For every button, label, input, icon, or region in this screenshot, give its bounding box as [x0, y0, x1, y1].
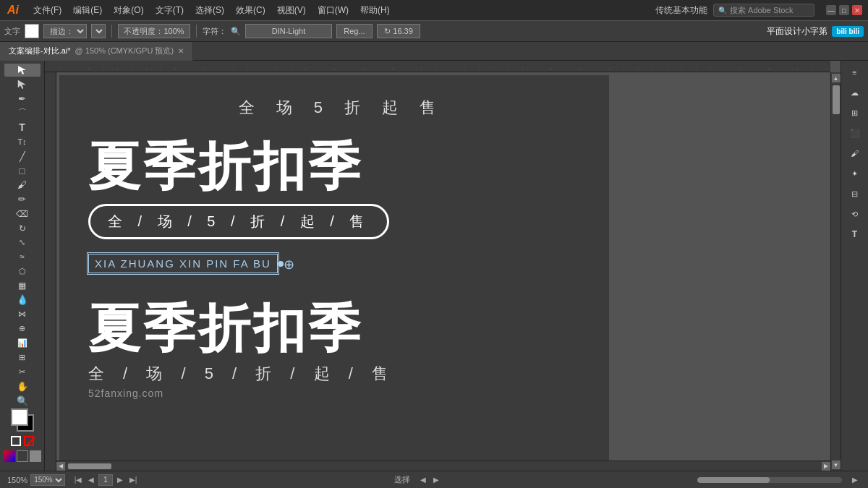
menu-help[interactable]: 帮助(H)	[356, 3, 394, 18]
slice-tool[interactable]: ✂	[4, 365, 41, 378]
graph-tool[interactable]: 📊	[4, 337, 41, 350]
scale-tool[interactable]: ⤡	[4, 236, 41, 249]
maximize-button[interactable]: □	[839, 5, 849, 15]
menu-file[interactable]: 文件(F)	[29, 3, 66, 18]
tab-close-button[interactable]: ✕	[178, 47, 184, 55]
zoom-select[interactable]: 150%	[30, 474, 65, 486]
paintbrush-tool[interactable]: 🖌	[4, 179, 41, 192]
menu-select[interactable]: 选择(S)	[191, 3, 229, 18]
line-tool[interactable]: ╱	[4, 150, 41, 163]
page-nav: |◀ ◀ ▶ ▶|	[72, 474, 139, 486]
workspace-label: 传统基本功能	[655, 4, 707, 17]
scroll-left-button[interactable]: ◀	[56, 462, 65, 471]
transform-panel-btn[interactable]: ⟲	[844, 205, 866, 223]
touch-type-tool[interactable]: T↕	[4, 135, 41, 148]
canvas-area[interactable]: 全 场 5 折 起 售 夏季折扣季 全 / 场 / 5 / 折 / 起 / 售 …	[45, 61, 841, 471]
eraser-tool[interactable]: ⌫	[4, 207, 41, 221]
pattern-swatch[interactable]	[30, 450, 41, 462]
color-mode-btn[interactable]	[4, 450, 15, 462]
pencil-tool[interactable]: ✏	[4, 193, 41, 206]
last-page-button[interactable]: ▶|	[127, 474, 139, 486]
blend-tool[interactable]: ⋈	[4, 308, 41, 321]
menu-effect[interactable]: 效果(C)	[231, 3, 270, 18]
next-select-button[interactable]: ▶	[430, 474, 442, 486]
toolbar: 文字 描边： ↕ 字符： 🔍 平面设计小字第 bili bili	[0, 20, 868, 42]
design-canvas: 全 场 5 折 起 售 夏季折扣季 全 / 场 / 5 / 折 / 起 / 售 …	[59, 75, 609, 471]
lower-sub-slogan: 全 / 场 / 5 / 折 / 起 / 售	[88, 363, 580, 385]
tab-filename: 文案编排-对比.ai*	[9, 46, 71, 56]
prev-page-button[interactable]: ◀	[85, 474, 97, 486]
scroll-down-button[interactable]: ▼	[832, 461, 841, 469]
type-tool[interactable]: T	[4, 121, 41, 134]
progress-fill	[697, 477, 770, 483]
scrollbar-horizontal[interactable]: ◀ ▶	[56, 461, 830, 471]
swatches-panel-btn[interactable]: ⬛	[844, 124, 866, 142]
left-toolbar: ✒ ⌒ T T↕ ╱ □ 🖌 ✏ ⌫ ↻ ⤡ ≈ ⬠ ▦ 💧 ⋈ ⊕ 📊 ⊞ ✂…	[0, 61, 45, 471]
menu-object[interactable]: 对象(O)	[109, 3, 148, 18]
libraries-panel-btn[interactable]: ☁	[844, 84, 866, 101]
status-bar: 150% 150% |◀ ◀ ▶ ▶| 选择 ◀ ▶ ▶	[0, 471, 868, 488]
scroll-right-button[interactable]: ▶	[822, 462, 830, 471]
font-search-icon: 🔍	[231, 27, 241, 36]
shape-builder-tool[interactable]: ⬠	[4, 265, 41, 278]
brush-select[interactable]: ↕	[91, 24, 106, 38]
tab-main[interactable]: 文案编排-对比.ai* @ 150% (CMYK/GPU 预览) ✕	[0, 42, 193, 61]
page-number-input[interactable]	[98, 474, 113, 486]
menu-view[interactable]: 视图(V)	[273, 3, 310, 18]
rotate-tool[interactable]: ↻	[4, 222, 41, 235]
scroll-end-button[interactable]: ▶	[849, 474, 861, 486]
gradient-swatch[interactable]	[17, 450, 28, 462]
fg-bg-swatches[interactable]	[11, 408, 34, 432]
scroll-thumb-h[interactable]	[68, 463, 111, 469]
artboard-tool[interactable]: ⊞	[4, 351, 41, 364]
upper-main-title: 夏季折扣季	[88, 140, 580, 192]
layers-panel-btn[interactable]: ⊞	[844, 104, 866, 121]
scroll-up-button[interactable]: ▲	[832, 74, 841, 82]
symbol-tool[interactable]: ⊕	[4, 322, 41, 335]
menu-window[interactable]: 窗口(W)	[313, 3, 353, 18]
font-name-input[interactable]	[245, 24, 332, 38]
swap-colors-btn[interactable]	[11, 436, 21, 446]
hand-tool[interactable]: ✋	[4, 380, 41, 393]
right-panel: ≡ ☁ ⊞ ⬛ 🖌 ✦ ⊟ ⟲ T	[841, 61, 868, 471]
no-stroke-btn[interactable]	[24, 436, 34, 446]
prev-select-button[interactable]: ◀	[417, 474, 429, 486]
properties-panel-btn[interactable]: ≡	[844, 64, 866, 81]
channel-name: 平面设计小字第	[767, 25, 827, 38]
menu-edit[interactable]: 编辑(E)	[69, 3, 106, 18]
pen-tool[interactable]: ✒	[4, 93, 41, 106]
zoom-status: 150% 150%	[7, 474, 65, 486]
menu-bar: Ai 文件(F) 编辑(E) 对象(O) 文字(T) 选择(S) 效果(C) 视…	[0, 0, 868, 20]
rect-tool[interactable]: □	[4, 164, 41, 177]
font-size-input[interactable]	[377, 24, 420, 38]
symbols-panel-btn[interactable]: ✦	[844, 165, 866, 182]
select-label: 选择	[394, 474, 410, 485]
close-button[interactable]: ✕	[852, 5, 862, 15]
type-panel-btn[interactable]: T	[844, 226, 866, 243]
fill-color[interactable]	[25, 24, 39, 38]
eyedropper-tool[interactable]: 💧	[4, 294, 41, 307]
bilibili-badge: bili bili	[832, 26, 864, 37]
font-style-input[interactable]	[336, 24, 373, 38]
brushes-panel-btn[interactable]: 🖌	[844, 145, 866, 162]
first-page-button[interactable]: |◀	[72, 474, 84, 486]
gradient-tool[interactable]: ▦	[4, 279, 41, 292]
minimize-button[interactable]: —	[826, 5, 836, 15]
zoom-value: 150%	[7, 476, 27, 484]
warp-tool[interactable]: ≈	[4, 250, 41, 263]
window-controls: — □ ✕	[826, 5, 862, 15]
stroke-select[interactable]: 描边：	[43, 24, 87, 38]
scrollbar-vertical[interactable]: ▲ ▼	[830, 72, 841, 471]
next-page-button[interactable]: ▶	[114, 474, 126, 486]
selection-tool[interactable]	[4, 64, 41, 77]
ruler-horizontal	[45, 61, 830, 72]
upper-section: 夏季折扣季 全 / 场 / 5 / 折 / 起 / 售 XIA ZHUANG X…	[88, 140, 580, 273]
align-panel-btn[interactable]: ⊟	[844, 185, 866, 202]
menu-text[interactable]: 文字(T)	[151, 3, 188, 18]
scroll-thumb[interactable]	[833, 85, 840, 114]
opacity-input[interactable]	[118, 24, 190, 38]
direct-select-tool[interactable]	[4, 78, 41, 91]
zoom-tool[interactable]: 🔍	[4, 394, 41, 407]
stock-search[interactable]: 🔍 搜索 Adobe Stock	[713, 4, 814, 17]
curvature-tool[interactable]: ⌒	[4, 107, 41, 120]
